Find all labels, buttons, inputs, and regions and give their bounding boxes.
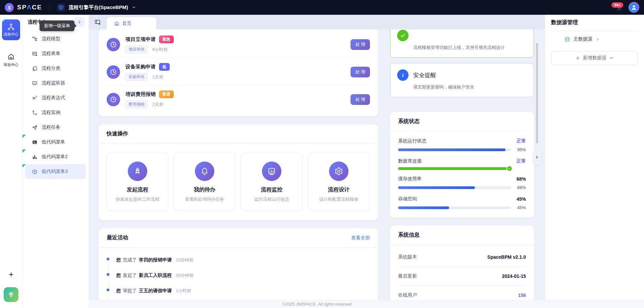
todo-title: 项目立项申请: [125, 36, 156, 43]
progress-bar: [398, 186, 511, 189]
footer: ©2025 JWSPACE. All rights reserved: [89, 300, 644, 308]
plus-icon: [77, 19, 82, 25]
plus-icon: [575, 56, 580, 61]
app-selector-dropdown[interactable]: 流程引擎平台(SpaceBPM): [57, 3, 136, 11]
home-icon: [114, 21, 119, 26]
quick-action-process-design[interactable]: 流程设计 设计和配置流程模板: [308, 152, 370, 211]
home-icon: [7, 53, 15, 60]
activity-item: 您 审批了 王五的请假申请 1小时前: [107, 283, 370, 299]
status-value: 68%: [517, 176, 526, 182]
copyright-text: ©2025 JWSPACE. All rights reserved: [89, 302, 545, 307]
scrollbar-thumb[interactable]: [536, 43, 538, 143]
card-title: 系统信息: [398, 232, 420, 239]
topbar-divider: [49, 4, 50, 11]
handle-button[interactable]: 处 理: [351, 67, 370, 77]
chevron-right-icon: [535, 155, 539, 160]
clock-icon: [107, 38, 120, 51]
sidebar-item-process-instance[interactable]: 流程实例: [25, 105, 86, 120]
notice-title: 安全提醒: [413, 71, 436, 79]
todo-title: 设备采购申请: [125, 64, 156, 70]
sidebar-item-lowcode-menu[interactable]: 低代码菜单: [25, 135, 86, 149]
corner-marker: [2, 19, 5, 23]
sidebar-item-process-form[interactable]: 流程表单: [25, 46, 86, 61]
priority-badge: 低: [159, 63, 170, 71]
sidebar-menu: 流程模型 流程表单 流程分类 流程监听器 流程表达式 流程实例 流程任务 低代码…: [22, 29, 89, 179]
cube-icon: [32, 169, 38, 175]
view-all-link[interactable]: 查看全部: [351, 235, 370, 241]
sidebar-item-process-category[interactable]: 流程分类: [25, 61, 86, 76]
todo-tag: 项目审批: [125, 46, 148, 53]
panel-settings-icon[interactable]: [94, 19, 101, 25]
chevron-right-icon: [596, 37, 600, 42]
add-datasource-button[interactable]: 新增数据源: [551, 51, 638, 65]
quick-actions-card: 快速操作 发起流程 快速发起新的工作流程 我的待办 查看和处理待办任务 流: [99, 124, 378, 220]
status-row: 存储空间 45% 45%: [398, 196, 526, 210]
todo-title: 培训费用报销: [125, 91, 156, 98]
clock-icon: [107, 93, 120, 106]
todo-card: 项目立项申请 紧急 项目审批 6小时前 处 理 设备采购申请: [99, 29, 378, 116]
pen-tool-icon: [7, 291, 15, 299]
handle-button[interactable]: 处 理: [351, 39, 370, 50]
card-title: 快速操作: [107, 130, 128, 137]
primary-rail: 流程中心 审批中心 +: [0, 15, 22, 308]
add-top-menu-tooltip: 新增一级菜单: [40, 20, 74, 31]
cube-icon: [57, 3, 65, 11]
top-bar: S SPΛCE 流程引擎平台(SpaceBPM) 99+: [0, 0, 644, 15]
notification-badge: 99+: [611, 2, 623, 8]
status-value: 45%: [517, 196, 526, 202]
notifications-button[interactable]: 99+: [615, 4, 624, 13]
sidebar-item-process-model[interactable]: 流程模型: [25, 32, 86, 46]
primary-datasource-item[interactable]: 主数据源: [551, 31, 638, 48]
rail-item-approval-center[interactable]: 审批中心: [4, 53, 18, 67]
todo-tag: 费用报销: [125, 101, 148, 108]
user-icon: [630, 4, 638, 11]
sidebar-item-lowcode-menu2[interactable]: 低代码菜单2: [25, 149, 86, 164]
info-value: 2024-01-15: [502, 273, 526, 279]
tab-home[interactable]: 首页: [107, 17, 156, 29]
sidebar-item-process-listener[interactable]: 流程监听器: [25, 76, 86, 90]
rail-item-process-center[interactable]: 流程中心: [2, 19, 20, 40]
info-icon: i: [397, 69, 409, 81]
sidebar-item-process-expression[interactable]: 流程表达式: [25, 90, 86, 105]
chevron-down-icon: [131, 5, 136, 10]
quick-action-process-monitor[interactable]: 流程监控 监控流程运行状态: [241, 152, 303, 211]
feature-notice-card: 流程模板管理功能已上线，支持可视化流程设计: [390, 29, 534, 58]
tab-strip: 首页: [89, 15, 545, 29]
chevron-down-icon: [609, 56, 614, 60]
database-icon: [565, 37, 570, 42]
gear-icon: [329, 162, 348, 181]
info-row: 系统版本 SpaceBPM v2.1.0: [398, 248, 526, 267]
todo-item: 培训费用报销 普通 费用报销 2天前 处 理: [107, 86, 370, 113]
expression-icon: [32, 95, 38, 101]
check-circle-icon: [506, 166, 513, 172]
main-content: 项目立项申请 紧急 项目审批 6小时前 处 理 设备采购申请: [89, 29, 545, 300]
progress-bar: [398, 148, 511, 151]
info-row: 最后更新 2024-01-15: [398, 267, 526, 286]
bell-icon: [195, 162, 214, 181]
todo-time: 2天前: [152, 102, 163, 108]
avatar[interactable]: [629, 2, 639, 13]
status-row: 系统运行状态 正常 95%: [398, 138, 526, 152]
system-info-card: 系统信息 系统版本 SpaceBPM v2.1.0 最后更新 2024-01-1…: [390, 226, 534, 300]
panel-title: 数据源管理: [551, 15, 638, 31]
monitor-chart-icon: [262, 162, 281, 181]
design-tool-button[interactable]: [4, 287, 18, 302]
card-title: 最近活动: [107, 234, 128, 241]
rail-add-button[interactable]: +: [9, 270, 13, 279]
activity-item: 您 发起了 新员工入职流程 30分钟前: [107, 268, 370, 283]
brand-logo: S SPΛCE: [5, 3, 42, 12]
panel-collapse-handle[interactable]: [533, 149, 541, 165]
priority-badge: 普通: [159, 90, 174, 98]
sidebar-item-lowcode-menu3[interactable]: 低代码菜单3: [25, 164, 86, 179]
timeline-dot: [107, 273, 109, 276]
security-notice-card: i 安全提醒 请定期更新密码，确保账户安全: [390, 63, 534, 97]
paper-plane-icon: [32, 125, 38, 130]
logo-mark-icon: S: [5, 3, 14, 12]
quick-action-my-todo[interactable]: 我的待办 查看和处理待办任务: [174, 152, 235, 211]
handle-button[interactable]: 处 理: [351, 94, 370, 105]
quick-action-start-process[interactable]: 发起流程 快速发起新的工作流程: [107, 152, 168, 211]
info-row: 在线用户 156: [398, 286, 526, 300]
listener-icon: [32, 80, 38, 86]
sidebar-item-process-task[interactable]: 流程任务: [25, 120, 86, 135]
info-value: SpaceBPM v2.1.0: [487, 254, 526, 260]
